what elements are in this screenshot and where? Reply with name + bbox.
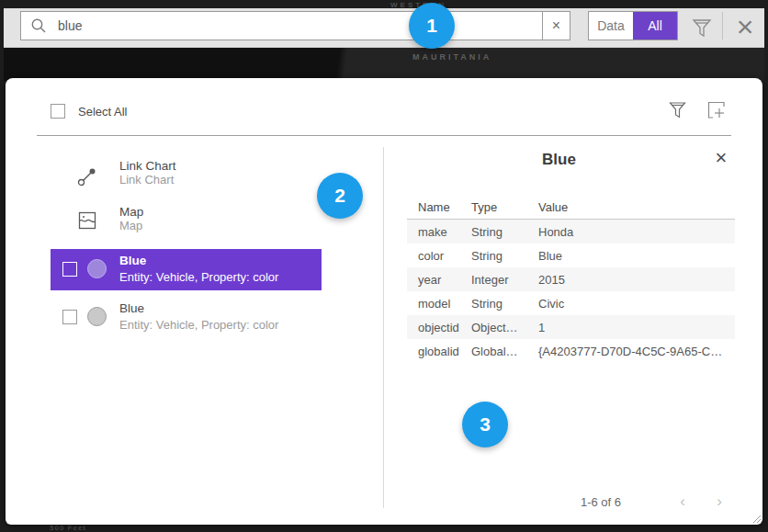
callout-badge-3: 3: [462, 402, 508, 447]
pagination-next-icon[interactable]: ›: [710, 492, 728, 511]
cell-value: {A4203777-D70D-4C5C-9A65-C…: [538, 345, 735, 358]
table-row: globalid Global… {A4203777-D70D-4C5C-9A6…: [407, 339, 735, 363]
panel-filter-icon[interactable]: [669, 100, 686, 119]
cell-value: Blue: [538, 249, 735, 263]
list-item-map[interactable]: Map Map: [74, 205, 143, 232]
select-all-label: Select All: [78, 105, 127, 119]
pagination-label: 1-6 of 6: [546, 495, 656, 509]
search-icon: [30, 17, 47, 34]
cell-value: 1: [538, 321, 735, 334]
table-row: model String Civic: [407, 291, 735, 315]
scope-data-option[interactable]: Data: [589, 12, 633, 40]
item-checkbox[interactable]: [62, 262, 77, 277]
detail-title: Blue: [383, 151, 735, 169]
cell-name: year: [407, 273, 471, 287]
item-subtitle: Entity: Vehicle, Property: color: [119, 318, 278, 332]
item-subtitle: Map: [119, 219, 143, 232]
item-subtitle: Link Chart: [119, 173, 176, 187]
cell-type: Global…: [471, 345, 538, 358]
cell-name: model: [407, 297, 471, 311]
map-label-mauritania: MAURITANIA: [412, 52, 491, 62]
list-item-link-chart[interactable]: Link Chart Link Chart: [74, 159, 176, 187]
column-header: Name: [407, 200, 471, 214]
filter-icon[interactable]: [692, 15, 712, 39]
cell-name: color: [407, 249, 471, 263]
search-results-panel: Select All Link Chart Link Chart: [6, 78, 762, 525]
column-header: Value: [538, 200, 735, 214]
map-background: [4, 44, 764, 81]
table-row: objectid Object… 1: [407, 315, 735, 339]
cell-value: Honda: [538, 225, 735, 239]
cell-type: Object…: [471, 321, 538, 334]
scope-all-option[interactable]: All: [633, 12, 677, 40]
add-to-selection-icon[interactable]: [706, 99, 728, 121]
panel-vertical-divider: [383, 147, 384, 508]
cell-type: String: [471, 225, 538, 239]
callout-badge-2: 2: [317, 173, 363, 219]
cell-value: Civic: [538, 297, 735, 311]
item-title: Blue: [119, 301, 144, 315]
callout-badge-1: 1: [409, 3, 455, 49]
resize-grip-icon[interactable]: [751, 514, 761, 523]
cell-type: String: [471, 249, 538, 263]
item-title: Link Chart: [119, 159, 176, 173]
item-title: Blue: [119, 254, 146, 267]
toolbar-divider: [722, 12, 723, 40]
list-item-blue[interactable]: Blue Entity: Vehicle, Property: color: [51, 297, 322, 338]
select-all-checkbox[interactable]: [51, 104, 65, 119]
link-chart-icon: [77, 166, 97, 187]
table-row: year Integer 2015: [407, 267, 735, 291]
search-toolbar: × Data All ×: [4, 8, 764, 48]
search-scope-toggle: Data All: [588, 11, 678, 40]
map-icon: [78, 211, 96, 230]
search-input[interactable]: [47, 12, 542, 40]
column-header: Type: [471, 200, 538, 214]
cell-name: objectid: [407, 321, 471, 334]
table-header: Name Type Value: [407, 195, 735, 220]
entity-dot-icon: [87, 307, 107, 326]
entity-dot-icon: [87, 259, 107, 278]
cell-name: globalid: [407, 345, 471, 358]
search-box[interactable]: ×: [20, 11, 570, 40]
cell-type: String: [471, 297, 538, 311]
table-row: color String Blue: [407, 243, 735, 267]
item-title: Map: [119, 205, 143, 219]
list-item-blue-selected[interactable]: Blue Entity: Vehicle, Property: color: [51, 249, 322, 290]
item-checkbox[interactable]: [62, 310, 77, 324]
detail-close-icon[interactable]: ×: [707, 144, 735, 172]
search-clear-button[interactable]: ×: [542, 12, 570, 40]
cell-name: make: [407, 225, 471, 239]
attributes-table: Name Type Value make String Honda color …: [407, 195, 735, 363]
cell-value: 2015: [538, 273, 735, 287]
pagination-prev-icon[interactable]: ‹: [673, 492, 692, 511]
close-icon[interactable]: ×: [729, 6, 761, 47]
cell-type: Integer: [471, 273, 538, 287]
table-row: make String Honda: [407, 220, 735, 243]
panel-divider: [37, 135, 731, 136]
map-scale-text: 500 Feet: [50, 524, 86, 532]
item-subtitle: Entity: Vehicle, Property: color: [119, 270, 278, 284]
